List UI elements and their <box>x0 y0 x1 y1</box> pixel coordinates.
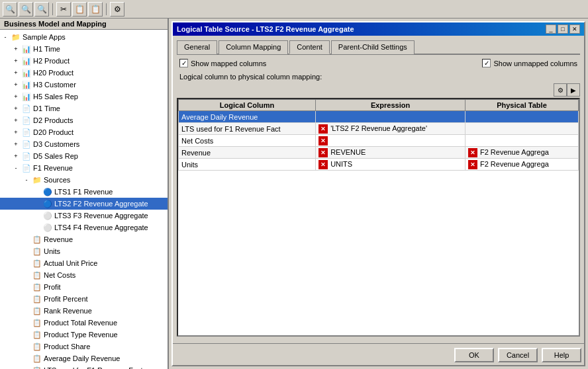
tree-icon-h5-sales-rep: 📊 <box>21 91 32 102</box>
left-panel: Business Model and Mapping -📁Sample Apps… <box>0 19 169 369</box>
tree-toggle-h1-time[interactable]: + <box>11 44 21 54</box>
table-row[interactable]: Revenue✕REVENUE✕F2 Revenue Aggrega <box>179 147 579 159</box>
table-row[interactable]: Net Costs✕ <box>179 135 579 147</box>
tree-item-d20-product[interactable]: +📄D20 Product <box>0 126 168 138</box>
help-button[interactable]: Help <box>542 348 581 362</box>
tree-container[interactable]: -📁Sample Apps+📊H1 Time+📊H2 Product+📊H20 … <box>0 30 168 369</box>
tree-item-h2-product[interactable]: +📊H2 Product <box>0 55 168 67</box>
tree-toggle-sources[interactable]: - <box>21 175 32 185</box>
minimize-button[interactable]: _ <box>546 24 556 34</box>
tree-toggle-d1-time[interactable]: + <box>11 103 21 114</box>
table-row[interactable]: LTS used for F1 Revenue Fact✕'LTS2 F2 Re… <box>179 123 579 135</box>
toolbar-btn-3[interactable]: 🔍 <box>34 2 49 17</box>
tree-toggle-actual-unit-price <box>21 258 32 268</box>
toolbar-btn-settings[interactable]: ⚙ <box>110 2 124 17</box>
tree-toggle-h2-product[interactable]: + <box>11 56 21 66</box>
tree-icon-product-share: 📋 <box>32 341 42 352</box>
close-button[interactable]: ✕ <box>569 24 580 34</box>
tab-content[interactable]: Content <box>289 40 330 54</box>
table-options-button[interactable]: ⚙ <box>554 83 567 97</box>
tree-item-product-share[interactable]: 📋Product Share <box>0 341 168 352</box>
toolbar-btn-copy[interactable]: 📋 <box>72 2 87 17</box>
mapping-table[interactable]: Logical Column Expression Physical Table… <box>177 98 580 337</box>
tree-toggle-revenue <box>21 234 32 245</box>
cell-physical: ✕F2 Revenue Aggrega <box>465 147 578 159</box>
tree-toggle-lts4-f4-revenue <box>32 222 42 233</box>
tab-column-mapping[interactable]: Column Mapping <box>219 40 288 54</box>
x-icon[interactable]: ✕ <box>318 160 328 169</box>
mapping-label: Logical column to physical column mappin… <box>177 73 580 81</box>
tree-item-sample-apps[interactable]: -📁Sample Apps <box>0 31 168 43</box>
show-mapped-checkbox[interactable] <box>179 59 188 67</box>
toolbar-btn-2[interactable]: 🔍 <box>19 2 33 17</box>
tree-item-h3-customer[interactable]: +📊H3 Customer <box>0 79 168 91</box>
tree-item-sources[interactable]: -📁Sources <box>0 174 168 186</box>
maximize-button[interactable]: □ <box>558 24 568 34</box>
cell-expression: ✕'LTS2 F2 Revenue Aggregate' <box>316 123 466 135</box>
tree-icon-sample-apps: 📁 <box>11 32 21 42</box>
tree-item-d5-sales-rep[interactable]: +📄D5 Sales Rep <box>0 150 168 162</box>
tree-item-actual-unit-price[interactable]: 📋Actual Unit Price <box>0 257 168 269</box>
tree-label-units: Units <box>42 247 60 255</box>
ok-button[interactable]: OK <box>454 348 494 362</box>
table-scroll-button[interactable]: ▶ <box>567 83 580 97</box>
tree-item-h20-product[interactable]: +📊H20 Product <box>0 67 168 79</box>
tree-icon-d2-products: 📄 <box>21 115 32 126</box>
tab-general[interactable]: General <box>177 40 217 54</box>
tree-label-average-daily-revenue: Average Daily Revenue <box>42 354 120 362</box>
tree-item-lts4-f4-revenue[interactable]: ⚪LTS4 F4 Revenue Aggregate <box>0 222 168 233</box>
toolbar-btn-cut[interactable]: ✂ <box>56 2 71 17</box>
tree-icon-h3-customer: 📊 <box>21 79 32 90</box>
tree-toggle-d5-sales-rep[interactable]: + <box>11 151 21 161</box>
tree-toggle-h20-product[interactable]: + <box>11 67 21 78</box>
tree-item-f1-revenue[interactable]: -📄F1 Revenue <box>0 162 168 174</box>
tree-label-lts2-f2-revenue: LTS2 F2 Revenue Aggregate <box>53 200 148 208</box>
tree-item-net-costs[interactable]: 📋Net Costs <box>0 269 168 281</box>
tree-toggle-d2-products[interactable]: + <box>11 115 21 126</box>
tree-item-lts1-f1-revenue[interactable]: 🔵LTS1 F1 Revenue <box>0 186 168 198</box>
tree-item-lts-used-for-f1[interactable]: 📋LTS used for F1 Revenue Fact <box>0 364 168 369</box>
tree-icon-lts-used-for-f1: 📋 <box>32 365 42 369</box>
x-icon-physical[interactable]: ✕ <box>468 160 477 169</box>
tree-item-profit-percent[interactable]: 📋Profit Percent <box>0 293 168 305</box>
tree-item-rank-revenue[interactable]: 📋Rank Revenue <box>0 305 168 317</box>
show-unmapped-checkbox[interactable] <box>482 59 491 67</box>
x-icon-physical[interactable]: ✕ <box>468 148 477 157</box>
tree-item-h5-sales-rep[interactable]: +📊H5 Sales Rep <box>0 91 168 102</box>
tree-item-revenue[interactable]: 📋Revenue <box>0 233 168 245</box>
toolbar-sep-1 <box>52 3 53 15</box>
tree-item-h1-time[interactable]: +📊H1 Time <box>0 43 168 55</box>
tree-toggle-product-share <box>21 341 32 352</box>
tree-item-d1-time[interactable]: +📄D1 Time <box>0 102 168 114</box>
x-icon[interactable]: ✕ <box>318 148 328 157</box>
tree-item-d2-products[interactable]: +📄D2 Products <box>0 114 168 126</box>
tab-parent-child-settings[interactable]: Parent-Child Settings <box>331 40 415 54</box>
tree-icon-d3-customers: 📄 <box>21 139 32 149</box>
tree-item-product-type-revenue[interactable]: 📋Product Type Revenue <box>0 329 168 341</box>
tree-item-product-total-revenue[interactable]: 📋Product Total Revenue <box>0 317 168 329</box>
tree-toggle-h5-sales-rep[interactable]: + <box>11 91 21 102</box>
tree-toggle-d20-product[interactable]: + <box>11 127 21 138</box>
tree-icon-lts4-f4-revenue: ⚪ <box>42 222 53 233</box>
tree-toggle-sample-apps[interactable]: - <box>0 32 11 42</box>
tree-item-profit[interactable]: 📋Profit <box>0 281 168 293</box>
tree-item-average-daily-revenue[interactable]: 📋Average Daily Revenue <box>0 352 168 364</box>
tree-icon-profit: 📋 <box>32 282 42 292</box>
tree-item-units[interactable]: 📋Units <box>0 245 168 257</box>
tree-item-d3-customers[interactable]: +📄D3 Customers <box>0 138 168 150</box>
cancel-button[interactable]: Cancel <box>498 348 538 362</box>
tree-item-lts3-f3-revenue[interactable]: ⚪LTS3 F3 Revenue Aggregate <box>0 210 168 222</box>
tree-toggle-h3-customer[interactable]: + <box>11 79 21 90</box>
x-icon[interactable]: ✕ <box>318 136 328 145</box>
cell-logical: LTS used for F1 Revenue Fact <box>179 123 316 135</box>
tree-toggle-lts3-f3-revenue <box>32 210 42 221</box>
tree-toggle-d3-customers[interactable]: + <box>11 139 21 149</box>
table-row[interactable]: Average Daily Revenue <box>179 111 579 123</box>
toolbar-btn-paste[interactable]: 📋 <box>88 2 103 17</box>
tree-item-lts2-f2-revenue[interactable]: 🔵LTS2 F2 Revenue Aggregate <box>0 198 168 210</box>
toolbar-btn-1[interactable]: 🔍 <box>3 2 17 17</box>
table-row[interactable]: Units✕UNITS✕F2 Revenue Aggrega <box>179 159 579 171</box>
x-icon[interactable]: ✕ <box>318 124 328 134</box>
tree-label-lts3-f3-revenue: LTS3 F3 Revenue Aggregate <box>53 212 148 220</box>
tree-toggle-f1-revenue[interactable]: - <box>11 163 21 173</box>
